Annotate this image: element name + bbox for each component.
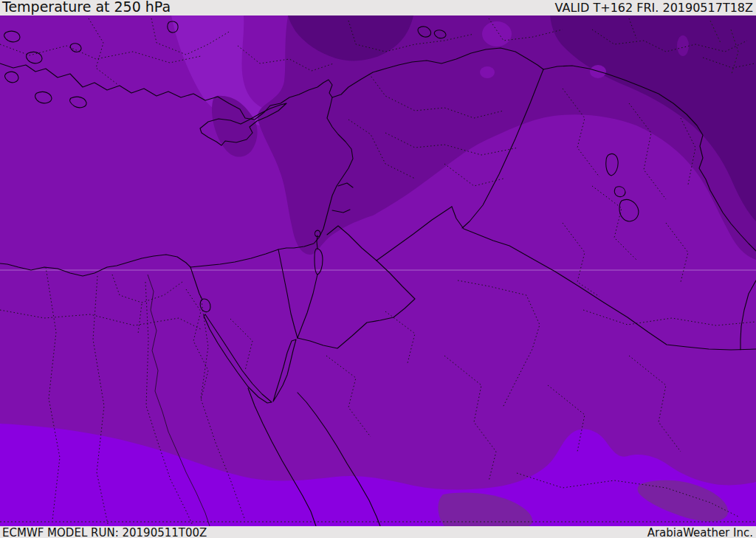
fill-dark-hole [677, 35, 689, 56]
model-run-label: ECMWF MODEL RUN: 20190511T00Z [2, 526, 207, 538]
footer-bar: ECMWF MODEL RUN: 20190511T00Z ArabiaWeat… [0, 526, 756, 538]
valid-time-label: VALID T+162 FRI. 20190517T18Z [555, 1, 753, 15]
fill-mid-hole-3 [480, 66, 495, 78]
fill-mid-hole-1 [482, 21, 512, 46]
weather-map-canvas [0, 15, 756, 526]
map-title: Temperature at 250 hPa [2, 0, 171, 15]
temperature-fill-layer [0, 15, 756, 526]
credit-label: ArabiaWeather Inc. [647, 526, 753, 538]
header-bar: Temperature at 250 hPa VALID T+162 FRI. … [0, 0, 756, 15]
weather-map-svg [0, 15, 756, 526]
